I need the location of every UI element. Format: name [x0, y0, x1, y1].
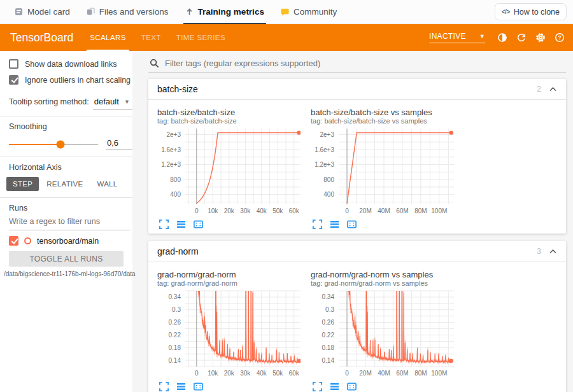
runs-label: Runs	[0, 204, 132, 213]
svg-text:10k: 10k	[208, 370, 218, 377]
run-item[interactable]: tensorboard/main	[9, 236, 124, 246]
runs-filter-input[interactable]	[9, 217, 130, 230]
scalar-chart: batch-size/batch-sizetag: batch-size/bat…	[157, 108, 306, 230]
svg-text:40M: 40M	[378, 370, 390, 377]
toggle-all-runs-button[interactable]: TOGGLE ALL RUNS	[9, 251, 124, 267]
help-icon[interactable]: ?	[554, 32, 565, 43]
expand-chart-icon[interactable]	[159, 381, 169, 392]
chart-title: grad-norm/grad-norm vs samples	[311, 270, 459, 279]
svg-text:0.26: 0.26	[322, 319, 335, 326]
svg-text:20k: 20k	[224, 207, 235, 214]
svg-text:?: ?	[558, 35, 561, 41]
log-data-path: /data/bigscience-tr11-176b-ml-logs-96d70…	[4, 270, 132, 277]
svg-text:80M: 80M	[414, 370, 427, 377]
svg-text:0.22: 0.22	[169, 332, 181, 339]
chart-tag: tag: grad-norm/grad-norm	[157, 279, 306, 288]
community-icon	[281, 8, 289, 16]
files-icon	[87, 8, 95, 16]
line-chart-plot[interactable]: 4008001.2e+31.6e+32e+3010k20k30k40k50k60…	[157, 126, 306, 217]
divider	[0, 197, 132, 198]
chart-tag: tag: grad-norm/grad-norm vs samples	[311, 279, 459, 288]
tag-group-header[interactable]: batch-size 2	[148, 79, 566, 100]
axis-relative-button[interactable]: RELATIVE	[40, 177, 89, 191]
chart-title: batch-size/batch-size vs samples	[311, 108, 459, 117]
run-checkbox-checked-icon[interactable]	[9, 236, 18, 246]
tb-tab-time-series[interactable]: TIME SERIES	[169, 24, 233, 51]
tab-model-card[interactable]: Model card	[6, 0, 78, 24]
settings-gear-icon[interactable]	[535, 32, 546, 43]
svg-text:0.34: 0.34	[322, 293, 335, 300]
collapse-chevron-icon[interactable]	[549, 85, 557, 93]
svg-text:0.3: 0.3	[172, 306, 181, 313]
svg-text:0.18: 0.18	[322, 344, 335, 351]
collapse-chevron-icon[interactable]	[549, 248, 557, 255]
svg-text:0: 0	[345, 370, 349, 377]
reload-status-select[interactable]: INACTIVE ▼	[429, 32, 485, 43]
svg-text:0.34: 0.34	[169, 293, 181, 300]
svg-text:100M: 100M	[431, 370, 447, 377]
tag-group-batch-size: batch-size 2 batch-size/batch-sizetag: b…	[148, 79, 566, 234]
toggle-runs-icon[interactable]	[329, 381, 340, 392]
svg-text:0.18: 0.18	[169, 344, 181, 351]
tab-files-and-versions[interactable]: Files and versions	[78, 0, 177, 24]
svg-text:400: 400	[170, 191, 181, 198]
tab-community[interactable]: Community	[272, 0, 345, 24]
expand-chart-icon[interactable]	[159, 219, 169, 230]
fit-domain-icon[interactable]	[193, 219, 204, 230]
fit-domain-icon[interactable]	[346, 381, 357, 392]
contrast-icon[interactable]	[497, 32, 508, 43]
tooltip-sort-select[interactable]: default ▼	[93, 97, 132, 109]
run-color-radio-icon[interactable]	[24, 237, 31, 244]
chart-title: grad-norm/grad-norm	[157, 270, 306, 279]
how-to-clone-button[interactable]: </> How to clone	[495, 3, 567, 20]
axis-wall-button[interactable]: WALL	[90, 177, 124, 191]
axis-step-button[interactable]: STEP	[6, 177, 39, 191]
svg-text:100M: 100M	[431, 207, 447, 214]
fit-domain-icon[interactable]	[193, 381, 204, 392]
toggle-runs-icon[interactable]	[176, 381, 187, 392]
svg-text:20M: 20M	[359, 370, 371, 377]
svg-text:400: 400	[323, 191, 334, 198]
ignore-outliers-checkbox[interactable]: Ignore outliers in chart scaling	[0, 72, 132, 88]
svg-text:60k: 60k	[289, 370, 300, 377]
svg-text:20M: 20M	[359, 207, 371, 214]
tensorboard-sidebar: Show data download links Ignore outliers…	[0, 51, 132, 392]
svg-text:1.6e+3: 1.6e+3	[161, 146, 181, 153]
line-chart-plot[interactable]: 0.140.180.220.260.30.34020M40M60M80M100M	[311, 288, 459, 379]
svg-text:60k: 60k	[289, 207, 300, 214]
tensorboard-header: TensorBoard SCALARS TEXT TIME SERIES INA…	[0, 24, 573, 51]
toggle-runs-icon[interactable]	[176, 219, 187, 230]
tag-group-header[interactable]: grad-norm 3	[148, 241, 566, 262]
line-chart-plot[interactable]: 4008001.2e+31.6e+32e+3020M40M60M80M100M	[311, 126, 459, 217]
svg-text:0.14: 0.14	[322, 357, 335, 364]
svg-text:0: 0	[195, 207, 199, 214]
svg-text:0.26: 0.26	[169, 319, 181, 326]
tab-training-metrics[interactable]: Training metrics	[177, 0, 272, 24]
smoothing-value-input[interactable]	[106, 138, 132, 150]
tb-tab-scalars[interactable]: SCALARS	[82, 24, 134, 51]
slider-thumb[interactable]	[57, 140, 65, 148]
toggle-runs-icon[interactable]	[329, 219, 340, 230]
tensorboard-logo: TensorBoard	[0, 24, 82, 51]
model-card-icon	[15, 8, 23, 16]
svg-text:10k: 10k	[208, 207, 218, 214]
smoothing-slider[interactable]	[9, 144, 98, 145]
svg-text:0: 0	[345, 207, 349, 214]
svg-text:40k: 40k	[257, 370, 267, 377]
svg-text:50k: 50k	[272, 370, 283, 377]
refresh-icon[interactable]	[516, 32, 527, 43]
tag-group-grad-norm: grad-norm 3 grad-norm/grad-normtag: grad…	[148, 241, 566, 392]
svg-text:0.14: 0.14	[169, 357, 181, 364]
svg-text:30k: 30k	[240, 207, 251, 214]
tb-tab-text[interactable]: TEXT	[134, 24, 169, 51]
tooltip-sort-label: Tooltip sorting method:	[9, 97, 89, 106]
expand-chart-icon[interactable]	[312, 219, 323, 230]
svg-text:60M: 60M	[396, 370, 408, 377]
fit-domain-icon[interactable]	[346, 219, 357, 230]
show-download-links-checkbox[interactable]: Show data download links	[0, 56, 132, 72]
tag-filter-input[interactable]	[165, 59, 565, 68]
line-chart-plot[interactable]: 0.140.180.220.260.30.34010k20k30k40k50k6…	[157, 288, 306, 379]
expand-chart-icon[interactable]	[312, 381, 323, 392]
chevron-down-icon: ▼	[124, 99, 130, 105]
svg-text:1.2e+3: 1.2e+3	[315, 161, 334, 168]
